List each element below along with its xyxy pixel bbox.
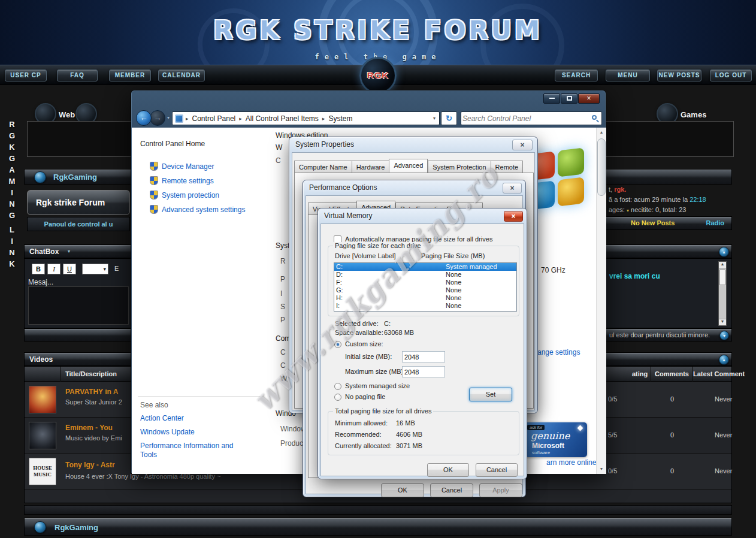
scroll-thumb[interactable] [719, 270, 725, 285]
scroll-up-icon[interactable]: ▲ [719, 262, 726, 268]
welcome-prefix: t, [609, 186, 612, 193]
set-button[interactable]: Set [469, 388, 512, 401]
chat-underline-button[interactable]: U [63, 264, 76, 274]
chatbox-collapse-icon[interactable]: ▴ [719, 247, 729, 257]
drive-list-item[interactable]: H:None [334, 294, 516, 302]
nav-search-button[interactable]: SEARCH [555, 69, 598, 81]
chat-color-select[interactable]: ▾ [82, 264, 108, 274]
close-button[interactable]: × [503, 183, 522, 194]
video-comments: 0 [670, 395, 674, 403]
minimum-allowed-label: Minimum allowed: [335, 419, 388, 427]
chat-message-input[interactable] [28, 286, 129, 325]
nav-calendar-button[interactable]: CALENDAR [158, 69, 205, 81]
video-thumbnail[interactable] [29, 422, 56, 449]
control-panel-icon [175, 114, 183, 123]
breadcrumb-control-panel[interactable]: Control Panel [189, 114, 240, 123]
system-managed-label: System managed size [345, 382, 410, 389]
sidebar-item-home[interactable]: Control Panel Home [140, 140, 205, 148]
scroll-thumb[interactable] [597, 138, 606, 196]
close-button[interactable]: × [512, 140, 533, 150]
nav-logout-button[interactable]: LOG OUT [710, 69, 752, 81]
chat-scrollbar[interactable]: ▲ ▼ [718, 261, 727, 326]
drive-list-item[interactable]: I:None [334, 302, 516, 310]
chatbox-dropdown-icon[interactable]: ▾ [68, 249, 70, 254]
minimize-button[interactable] [543, 93, 560, 104]
custom-size-radio[interactable] [334, 341, 341, 348]
initial-size-input[interactable] [402, 351, 445, 362]
videos-col-latest[interactable]: Latest Comment [693, 367, 731, 382]
panoul-bar[interactable]: Panoul de control al u [27, 217, 130, 231]
tab-hardware[interactable]: Hardware [352, 161, 389, 173]
video-title[interactable]: Tony Igy - Astr [65, 461, 115, 469]
scroll-down-icon[interactable]: ▼ [719, 319, 726, 325]
sidebar-item-performance-info[interactable]: Performance Information and Tools [140, 442, 251, 460]
videos-col-comments[interactable]: Comments [651, 367, 693, 382]
change-settings-link[interactable]: ange settings [537, 348, 580, 356]
drive-listbox[interactable]: C:System managed D:None F:None G:None H:… [334, 262, 517, 312]
chat-italic-button[interactable]: I [47, 264, 61, 274]
scroll-down-icon[interactable]: ▼ [597, 464, 606, 474]
drive-list-item[interactable]: D:None [334, 271, 516, 279]
maximize-button[interactable] [561, 93, 577, 104]
maximum-size-input[interactable] [402, 366, 445, 377]
tab-computer-name[interactable]: Computer Name [294, 161, 352, 173]
breadcrumb-system[interactable]: System [325, 114, 356, 123]
back-button[interactable]: ← [136, 110, 152, 126]
video-thumbnail[interactable] [29, 386, 56, 413]
messages-dropdown-icon[interactable]: ▾ [627, 208, 629, 213]
chatbox-footer-icon[interactable]: ▾ [719, 331, 729, 340]
drive-list-item[interactable]: F:None [334, 279, 516, 286]
close-button[interactable]: × [504, 211, 523, 222]
cancel-button[interactable]: Cancel [430, 483, 473, 497]
breadcrumb[interactable]: ▸ Control Panel ▸ All Control Panel Item… [172, 111, 440, 125]
nav-usercp-button[interactable]: USER CP [5, 69, 47, 81]
chevron-right-icon[interactable]: ▸ [183, 116, 189, 122]
scroll-up-icon[interactable]: ▲ [597, 128, 606, 137]
apply-button[interactable]: Apply [479, 483, 522, 497]
tab-system-protection[interactable]: System Protection [428, 161, 490, 173]
system-managed-radio[interactable] [334, 383, 341, 390]
video-title[interactable]: PARVATHY in A [65, 388, 118, 396]
sidebar-item-windows-update[interactable]: Windows Update [140, 428, 195, 436]
video-title[interactable]: Eminem - You [65, 424, 113, 432]
ok-button[interactable]: OK [427, 463, 469, 477]
search-icon[interactable] [592, 115, 597, 120]
tab-remote[interactable]: Remote [491, 161, 524, 173]
chat-bold-button[interactable]: B [32, 264, 45, 274]
no-paging-radio[interactable] [334, 394, 341, 401]
window-scrollbar[interactable]: ▲ ▼ [596, 128, 606, 474]
videos-collapse-icon[interactable]: ▴ [719, 355, 729, 365]
breadcrumb-dropdown-icon[interactable]: ▾ [433, 116, 436, 121]
close-button[interactable]: × [578, 93, 600, 104]
tab-advanced[interactable]: Advanced [389, 159, 428, 173]
video-thumbnail[interactable]: HOUSE MUSIC [29, 458, 56, 485]
sidebar-item-advanced-system-settings[interactable]: Advanced system settings [162, 205, 245, 214]
cancel-button[interactable]: Cancel [476, 463, 518, 477]
size-column-header: Paging File Size (MB) [421, 252, 485, 259]
sidebar-item-action-center[interactable]: Action Center [140, 414, 184, 422]
sidebar-item-system-protection[interactable]: System protection [162, 191, 219, 200]
history-dropdown-icon[interactable]: ▾ [167, 115, 170, 120]
forward-button[interactable]: → [150, 110, 165, 126]
drive-list-item[interactable]: C:System managed [334, 263, 516, 271]
sidebar-item-device-manager[interactable]: Device Manager [162, 162, 214, 171]
see-also-heading: See also [140, 401, 168, 409]
nav-menu-button[interactable]: MENU [606, 69, 650, 81]
radio-link[interactable]: Radio [706, 219, 724, 226]
strike-forum-panel[interactable]: Rgk strike Forum [27, 190, 130, 215]
close-icon: × [520, 141, 524, 149]
forum-logo-icon[interactable]: RGK [359, 57, 397, 94]
drive-list-item[interactable]: G:None [334, 286, 516, 294]
learn-more-link[interactable]: arn more online... [546, 458, 602, 467]
welcome-username[interactable]: rgk. [614, 186, 626, 193]
selected-drive-label: Selected drive: [335, 320, 379, 327]
refresh-button[interactable]: ↻ [441, 111, 457, 125]
video-rating: 0/5 [608, 395, 617, 403]
ok-button[interactable]: OK [381, 483, 424, 497]
nav-faq-button[interactable]: FAQ [57, 69, 98, 81]
search-input[interactable] [462, 113, 582, 123]
nav-newposts-button[interactable]: NEW POSTS [657, 69, 701, 81]
nav-member-button[interactable]: MEMBER [109, 69, 151, 81]
breadcrumb-all-items[interactable]: All Control Panel Items [242, 114, 322, 123]
sidebar-item-remote-settings[interactable]: Remote settings [162, 177, 214, 185]
